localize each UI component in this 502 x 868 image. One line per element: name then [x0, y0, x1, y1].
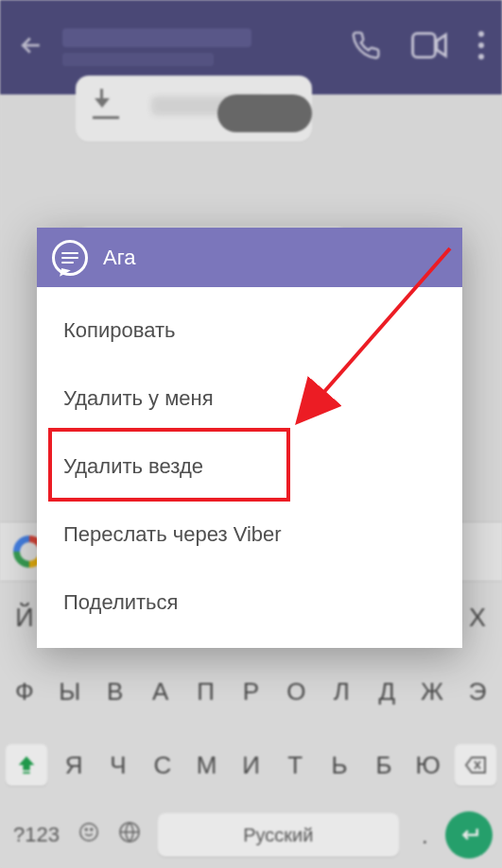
menu-list: Копировать Удалить у меня Удалить везде … [37, 287, 462, 648]
context-menu-dialog: Ага Копировать Удалить у меня Удалить ве… [37, 228, 462, 648]
menu-item-share[interactable]: Поделиться [37, 569, 462, 637]
menu-item-forward[interactable]: Переслать через Viber [37, 501, 462, 569]
message-icon [52, 240, 88, 276]
menu-item-copy[interactable]: Копировать [37, 297, 462, 365]
menu-item-delete-mine[interactable]: Удалить у меня [37, 365, 462, 433]
dialog-header: Ага [37, 228, 462, 287]
menu-item-delete-everywhere[interactable]: Удалить везде [37, 433, 462, 501]
dialog-title: Ага [103, 246, 135, 270]
